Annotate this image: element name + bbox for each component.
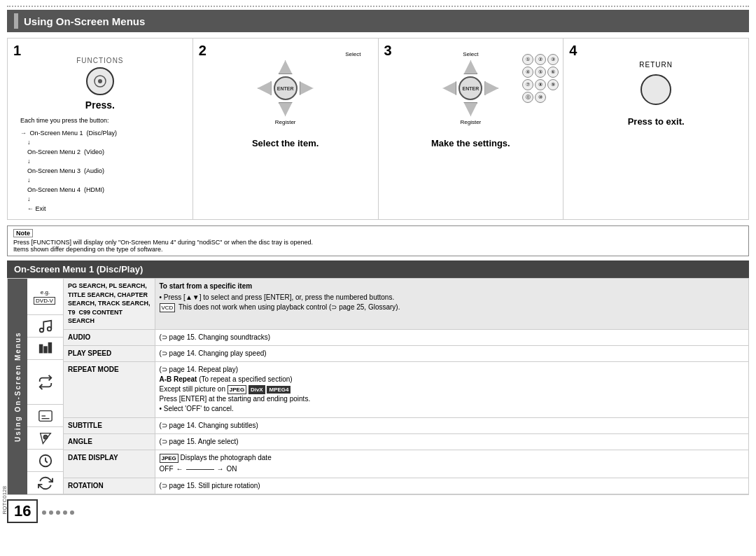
- top-icon-cell: e.g. DVD-V: [27, 279, 63, 315]
- steps-row: 1 FUNCTIONS Press. Each time you press t…: [7, 38, 749, 220]
- search-desc-cell: To start from a specific item • Press [▲…: [155, 279, 748, 329]
- step-4-number: 4: [569, 43, 577, 59]
- note-title: Note: [13, 229, 33, 237]
- dot-row: [42, 510, 74, 515]
- section-title: On-Screen Menu 1 (Disc/Play): [7, 260, 749, 278]
- subtitle-desc: (⊃ page 14. Changing subtitles): [155, 417, 748, 433]
- svg-rect-4: [39, 345, 42, 352]
- note-text2: Items shown differ depending on the type…: [13, 246, 743, 253]
- main-content: Using On-Screen Menus e.g. DVD-V: [7, 278, 749, 495]
- date-label: DATE DISPLAY: [64, 450, 155, 478]
- functions-label: FUNCTIONS: [13, 57, 187, 64]
- menu-table: PG SEARCH, PL SEARCH, TITLE SEARCH, CHAP…: [64, 279, 748, 494]
- speed-icon-cell: [27, 338, 63, 360]
- step-4: 4 RETURN Press to exit.: [564, 39, 748, 219]
- icon-column: e.g. DVD-V: [27, 279, 64, 494]
- subtitle-icon-cell: [27, 405, 63, 427]
- rotation-icon-cell: [27, 472, 63, 494]
- step2-label: Select the item.: [199, 138, 372, 148]
- return-button[interactable]: [640, 74, 671, 105]
- menu-row-play-speed: PLAY SPEED (⊃ page 14. Changing play spe…: [64, 345, 748, 361]
- subtitle-label: SUBTITLE: [64, 417, 155, 433]
- step1-desc: Each time you press the button: → On-Scr…: [13, 116, 187, 214]
- menu-row-search: PG SEARCH, PL SEARCH, TITLE SEARCH, CHAP…: [64, 279, 748, 329]
- page-title: Using On-Screen Menus: [7, 10, 749, 32]
- menu-row-repeat: REPEAT MODE (⊃ page 14. Repeat play) A-B…: [64, 361, 748, 417]
- svg-rect-6: [48, 342, 51, 352]
- rotation-desc: (⊃ page 15. Still picture rotation): [155, 478, 748, 494]
- numpad: ① ② ③ ④ ⑤ ⑥ ⑦ ⑧ ⑨ ⓪ ⑩: [522, 54, 559, 103]
- svg-point-3: [47, 326, 51, 331]
- rotation-label: ROTATION: [64, 478, 155, 494]
- title-text: Using On-Screen Menus: [24, 15, 145, 27]
- press-label: Press.: [13, 99, 187, 111]
- playspeed-label: PLAY SPEED: [64, 345, 155, 361]
- repeat-desc: (⊃ page 14. Repeat play) A-B Repeat (To …: [155, 361, 748, 417]
- angle-label: ANGLE: [64, 434, 155, 450]
- step2-register-label: Register: [199, 119, 372, 125]
- menu-row-rotation: ROTATION (⊃ page 15. Still picture rotat…: [64, 478, 748, 494]
- step3-label: Make the settings.: [384, 138, 558, 148]
- press-exit-label: Press to exit.: [569, 116, 743, 127]
- step-1-number: 1: [13, 43, 21, 59]
- rqtc-label: RQTC0128: [1, 486, 8, 514]
- svg-point-2: [39, 328, 43, 332]
- page-number: 16: [7, 499, 38, 523]
- audio-desc: (⊃ page 15. Changing soundtracks): [155, 329, 748, 345]
- functions-button[interactable]: [86, 67, 114, 95]
- clock-icon-cell: [27, 450, 63, 472]
- svg-point-1: [98, 79, 102, 83]
- angle-desc: (⊃ page 15. Angle select): [155, 434, 748, 450]
- menu-row-angle: ANGLE (⊃ page 15. Angle select): [64, 434, 748, 450]
- note-text: Press [FUNCTIONS] will display only "On-…: [13, 239, 743, 246]
- angle-icon-cell: [27, 427, 63, 450]
- svg-rect-5: [44, 347, 47, 352]
- menu-row-audio: AUDIO (⊃ page 15. Changing soundtracks): [64, 329, 748, 345]
- step-1: 1 FUNCTIONS Press. Each time you press t…: [8, 39, 193, 219]
- page-row: 16: [7, 499, 749, 523]
- menu-row-subtitle: SUBTITLE (⊃ page 14. Changing subtitles): [64, 417, 748, 433]
- repeat-icon-cell: [27, 360, 63, 405]
- step2-select-label: Select: [199, 51, 361, 57]
- side-label: Using On-Screen Menus: [8, 279, 27, 494]
- svg-point-10: [43, 435, 48, 439]
- step-3: 3 ① ② ③ ④ ⑤ ⑥ ⑦ ⑧ ⑨ ⓪ ⑩ Select: [379, 39, 564, 219]
- audio-icon-cell: [27, 315, 63, 338]
- dvd-badge: DVD-V: [34, 297, 55, 305]
- step3-register-label: Register: [384, 119, 558, 125]
- note-box: Note Press [FUNCTIONS] will display only…: [7, 225, 749, 256]
- menu-row-date: DATE DISPLAY JPEG Displays the photograp…: [64, 450, 748, 478]
- repeat-label: REPEAT MODE: [64, 361, 155, 417]
- date-desc: JPEG Displays the photograph date OFF ← …: [155, 450, 748, 478]
- playspeed-desc: (⊃ page 14. Changing play speed): [155, 345, 748, 361]
- audio-label: AUDIO: [64, 329, 155, 345]
- step-2: 2 Select ENTER Register Select the item.: [193, 39, 379, 219]
- return-label: RETURN: [569, 61, 743, 69]
- search-label-cell: PG SEARCH, PL SEARCH, TITLE SEARCH, CHAP…: [64, 279, 155, 329]
- step-3-number: 3: [384, 43, 392, 59]
